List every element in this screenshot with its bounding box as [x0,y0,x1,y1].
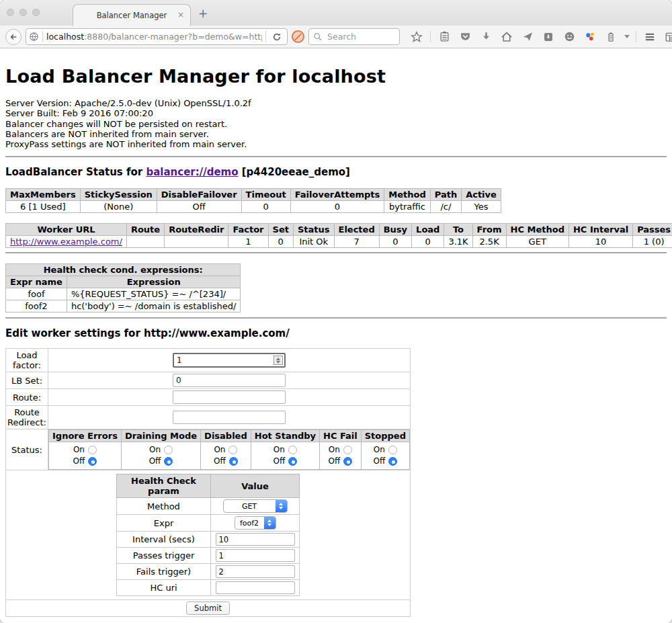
radio-disabled-on[interactable] [228,446,237,454]
hc-uri-row: HC uri [117,580,300,596]
radio-draining-mode-off[interactable] [164,457,173,466]
lb-status-heading-suffix: [p4420eeae_demo] [239,166,350,178]
balancer-demo-link[interactable]: balancer://demo [146,166,238,178]
tab-groups-button[interactable] [663,30,672,44]
dropdown-caret-icon[interactable] [624,35,630,38]
server-built-line: Server Built: Feb 9 2016 07:00:20 [5,108,667,118]
cell-elected: 7 [334,236,379,248]
hc-method-label: Method [117,498,211,515]
cell-hc-method: GET [506,236,569,248]
hc-method-row: Method GET [117,498,300,515]
route-input[interactable] [173,390,286,404]
status-label: Status: [6,429,48,470]
menu-button[interactable] [642,30,657,44]
lb-set-input[interactable] [173,374,286,387]
hc-fails-input[interactable] [216,565,295,578]
col-load: Load [412,224,444,236]
browser-window: Balancer Manager × + localhost:8880/bala… [0,0,672,623]
off-label: Off [149,456,161,467]
on-label: On [73,444,85,456]
hc-uri-input[interactable] [216,581,295,594]
divider [5,156,667,157]
radio-hot-standby-off[interactable] [288,457,297,466]
on-label: On [329,444,340,456]
on-label: On [149,444,161,456]
tab-balancer-manager[interactable]: Balancer Manager × [73,4,191,26]
cell-path: /c/ [430,201,461,213]
cell-to: 3.1K [444,236,472,248]
bookmark-star-button[interactable] [409,30,424,44]
radio-stopped-off[interactable] [388,457,397,466]
content-blocker-icon[interactable] [292,30,304,43]
number-spinner-icon[interactable] [274,356,283,365]
hc-method-select[interactable]: GET [223,499,288,513]
url-text[interactable]: localhost:8880/balancer-manager?b=demo&w… [46,32,262,42]
col-hc-method: HC Method [506,224,569,236]
col-busy: Busy [379,224,411,236]
minimize-window-button[interactable] [19,9,27,16]
download-panel-button[interactable] [541,30,556,44]
radio-disabled-off[interactable] [229,457,238,466]
clipboard-icon [439,31,450,42]
submit-button[interactable]: Submit [186,601,230,615]
reload-button[interactable] [269,30,284,44]
radio-hc-fail-on[interactable] [343,446,352,454]
bookmarks-menu-button[interactable] [437,30,452,44]
on-label: On [374,444,385,456]
radio-ignore-errors-off[interactable] [88,457,97,466]
downloads-button[interactable] [478,30,493,44]
off-label: Off [374,456,386,467]
hc-expr-select[interactable]: foof2 [235,516,276,530]
hc-passes-cell [211,548,300,564]
persist-note-line: Balancer changes will NOT be persisted o… [5,119,667,129]
col-elected: Elected [334,224,379,236]
hc-fail-cell: On Off [320,442,362,470]
hc-expressions-title: Health check cond. expressions: [6,264,241,276]
navigation-toolbar: localhost:8880/balancer-manager?b=demo&w… [0,26,672,48]
cell-failoverattempts: 0 [290,201,384,213]
load-factor-input[interactable] [173,353,286,368]
radio-stopped-on[interactable] [388,446,397,454]
hc-header-row: Health Check param Value [117,474,300,498]
expr-row: foof2 hc('body') =~ /domain is establish… [6,300,241,313]
table-header-row: MaxMembers StickySession DisableFailover… [6,189,501,201]
hc-passes-input[interactable] [216,549,295,562]
search-input[interactable] [326,31,393,42]
cell-expr-name: foof2 [6,300,67,313]
col-stickysession: StickySession [80,189,157,201]
off-label: Off [73,456,85,467]
radio-draining-mode-on[interactable] [164,446,173,454]
search-bar[interactable] [308,28,400,45]
radio-hot-standby-on[interactable] [288,446,297,454]
cell-passes: 1 (0) [633,236,672,248]
status-cell: Ignore Errors Draining Mode Disabled Hot… [48,429,411,470]
worker-url-link[interactable]: http://www.example.com/ [10,237,122,247]
pocket-button[interactable] [458,30,472,44]
search-icon [313,32,323,42]
back-button[interactable] [5,29,22,45]
home-button[interactable] [499,30,514,44]
zoom-window-button[interactable] [32,9,40,16]
table-row: 6 [1 Used] (None) Off 0 0 bytraffic /c/ … [6,201,501,213]
hc-interval-input[interactable] [216,533,295,546]
extension-button[interactable] [583,30,597,44]
battery-extension-button[interactable] [603,30,618,44]
load-factor-row: Load factor: [6,349,411,372]
divider [5,317,667,319]
close-tab-icon[interactable]: × [177,10,184,19]
radio-hc-fail-off[interactable] [343,457,352,466]
cell-worker-url: http://www.example.com/ [6,236,127,248]
route-redirect-input[interactable] [173,411,286,424]
new-tab-button[interactable]: + [198,7,208,20]
send-button[interactable] [520,30,535,44]
col-expression: Expression [67,276,241,288]
close-window-button[interactable] [7,9,14,16]
select-stepper-icon [264,516,276,530]
url-bar[interactable]: localhost:8880/balancer-manager?b=demo&w… [26,28,288,45]
lb-status-table: MaxMembers StickySession DisableFailover… [5,188,501,213]
toolbar-divider [430,31,431,42]
hc-expressions-table: Health check cond. expressions: Expr nam… [5,263,241,313]
radio-ignore-errors-on[interactable] [88,446,97,454]
feedback-button[interactable] [562,30,577,44]
col-status: Status [293,224,334,236]
